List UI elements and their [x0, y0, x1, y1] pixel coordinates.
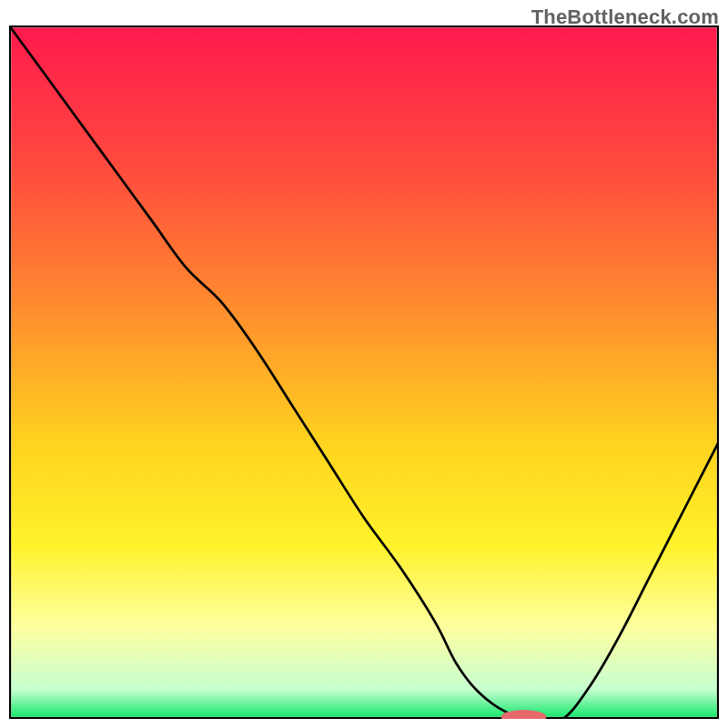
- bottleneck-chart: [9, 25, 719, 719]
- gradient-area: [11, 27, 716, 716]
